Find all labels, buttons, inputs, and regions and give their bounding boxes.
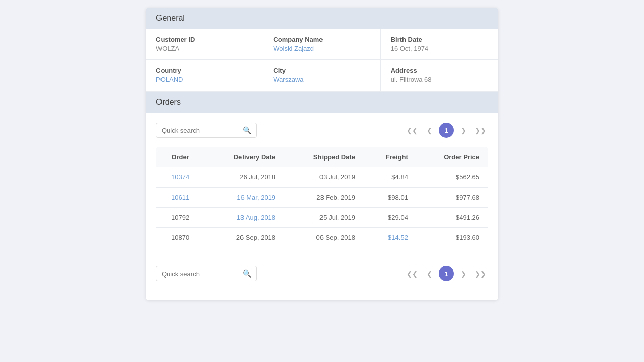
cell-freight-3: $29.04 (363, 208, 416, 228)
top-last-page-button[interactable]: ❯❯ (473, 123, 488, 138)
table-header-row: Order Delivery Date Shipped Date Freight… (156, 147, 488, 167)
table-row: 10611 16 Mar, 2019 23 Feb, 2019 $98.01 $… (156, 188, 488, 208)
field-customer-id: Customer ID WOLZA (146, 29, 263, 60)
field-birth-date: Birth Date 16 Oct, 1974 (381, 29, 498, 60)
col-delivery-date: Delivery Date (204, 147, 283, 167)
top-pagination: ❮❮ ❮ 1 ❯ ❯❯ (405, 123, 488, 138)
main-card: General Customer ID WOLZA Company Name W… (146, 8, 498, 300)
table-row: 10374 26 Jul, 2018 03 Jul, 2019 $4.84 $5… (156, 167, 488, 188)
bottom-search-input[interactable] (162, 270, 240, 278)
value-company-name[interactable]: Wolski Zajazd (273, 45, 370, 52)
bottom-last-page-button[interactable]: ❯❯ (473, 266, 488, 281)
cell-shipped-2: 23 Feb, 2019 (283, 188, 363, 208)
orders-table: Order Delivery Date Shipped Date Freight… (156, 147, 488, 248)
orders-title: Orders (156, 98, 181, 106)
label-address: Address (391, 67, 488, 74)
cell-shipped-1: 03 Jul, 2019 (283, 167, 363, 188)
cell-freight-4[interactable]: $14.52 (363, 228, 416, 248)
value-birth-date: 16 Oct, 1974 (391, 45, 488, 52)
cell-delivery-1: 26 Jul, 2018 (204, 167, 283, 188)
bottom-current-page-button[interactable]: 1 (439, 266, 454, 281)
field-address: Address ul. Filtrowa 68 (381, 60, 498, 91)
cell-freight-2: $98.01 (363, 188, 416, 208)
bottom-search-box[interactable]: 🔍 (156, 266, 257, 281)
col-order-price: Order Price (416, 147, 488, 167)
cell-order-3: 10792 (156, 208, 204, 228)
top-search-input[interactable] (162, 127, 240, 134)
cell-price-3: $491.26 (416, 208, 488, 228)
orders-section-header: Orders (146, 92, 498, 113)
cell-order-1[interactable]: 10374 (156, 167, 204, 188)
field-country: Country POLAND (146, 60, 263, 91)
field-city: City Warszawa (263, 60, 380, 91)
top-next-page-button[interactable]: ❯ (456, 123, 471, 138)
table-row: 10792 13 Aug, 2018 25 Jul, 2019 $29.04 $… (156, 208, 488, 228)
cell-delivery-2[interactable]: 16 Mar, 2019 (204, 188, 283, 208)
cell-price-4: $193.60 (416, 228, 488, 248)
top-prev-page-button[interactable]: ❮ (422, 123, 437, 138)
bottom-search-pagination-row: 🔍 ❮❮ ❮ 1 ❯ ❯❯ (156, 266, 488, 281)
cell-price-1: $562.65 (416, 167, 488, 188)
cell-order-2[interactable]: 10611 (156, 188, 204, 208)
value-city[interactable]: Warszawa (273, 76, 370, 83)
top-first-page-button[interactable]: ❮❮ (405, 123, 420, 138)
value-address: ul. Filtrowa 68 (391, 76, 488, 83)
label-country: Country (156, 67, 253, 74)
cell-price-2: $977.68 (416, 188, 488, 208)
bottom-next-page-button[interactable]: ❯ (456, 266, 471, 281)
cell-shipped-3: 25 Jul, 2019 (283, 208, 363, 228)
bottom-bar: 🔍 ❮❮ ❮ 1 ❯ ❯❯ (146, 258, 498, 300)
top-search-icon: 🔍 (243, 126, 251, 134)
cell-freight-1: $4.84 (363, 167, 416, 188)
top-search-pagination-row: 🔍 ❮❮ ❮ 1 ❯ ❯❯ (156, 123, 488, 138)
label-city: City (273, 67, 370, 74)
value-customer-id: WOLZA (156, 45, 253, 52)
bottom-first-page-button[interactable]: ❮❮ (405, 266, 420, 281)
label-company-name: Company Name (273, 36, 370, 43)
field-company-name: Company Name Wolski Zajazd (263, 29, 380, 60)
cell-order-4: 10870 (156, 228, 204, 248)
col-freight: Freight (363, 147, 416, 167)
general-section-header: General (146, 8, 498, 29)
col-shipped-date: Shipped Date (283, 147, 363, 167)
bottom-search-icon: 🔍 (243, 269, 251, 278)
orders-section: 🔍 ❮❮ ❮ 1 ❯ ❯❯ Order Delivery Date Shippe… (146, 113, 498, 258)
cell-delivery-4: 26 Sep, 2018 (204, 228, 283, 248)
bottom-prev-page-button[interactable]: ❮ (422, 266, 437, 281)
value-country[interactable]: POLAND (156, 76, 253, 83)
cell-delivery-3[interactable]: 13 Aug, 2018 (204, 208, 283, 228)
top-search-box[interactable]: 🔍 (156, 123, 257, 138)
bottom-pagination: ❮❮ ❮ 1 ❯ ❯❯ (405, 266, 488, 281)
col-order: Order (156, 147, 204, 167)
top-current-page-button[interactable]: 1 (439, 123, 454, 138)
general-fields-grid: Customer ID WOLZA Company Name Wolski Za… (146, 29, 498, 92)
label-customer-id: Customer ID (156, 36, 253, 43)
table-row: 10870 26 Sep, 2018 06 Sep, 2018 $14.52 $… (156, 228, 488, 248)
general-title: General (156, 14, 185, 22)
cell-shipped-4: 06 Sep, 2018 (283, 228, 363, 248)
label-birth-date: Birth Date (391, 36, 488, 43)
